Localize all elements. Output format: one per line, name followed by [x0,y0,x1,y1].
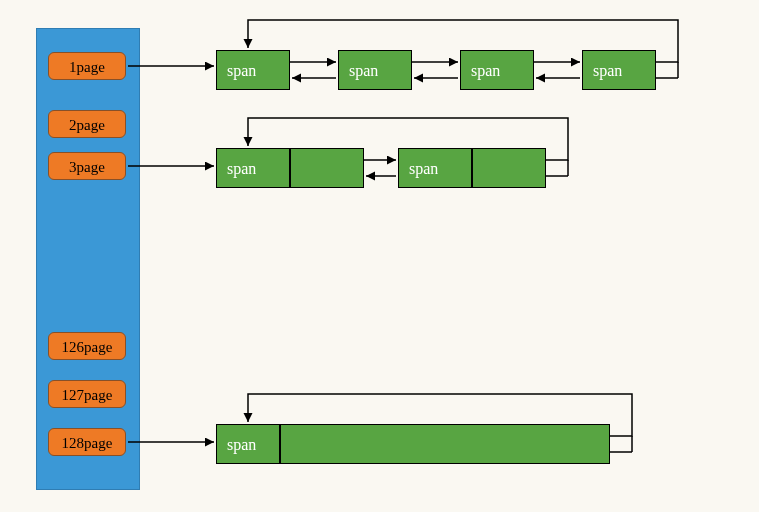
span-box-r2-2a: span [398,148,472,188]
page-button-128: 128page [48,428,126,456]
span-box-r1-3: span [460,50,534,90]
span-box-r1-1: span [216,50,290,90]
page-button-3: 3page [48,152,126,180]
page-button-2: 2page [48,110,126,138]
span-box-r2-1b [290,148,364,188]
span-box-r2-1a: span [216,148,290,188]
page-button-126: 126page [48,332,126,360]
span-box-r1-2: span [338,50,412,90]
span-box-r3-1b [280,424,610,464]
page-button-1: 1page [48,52,126,80]
span-box-r1-4: span [582,50,656,90]
page-button-127: 127page [48,380,126,408]
span-box-r2-2b [472,148,546,188]
page-sidebar [36,28,140,490]
span-box-r3-1a: span [216,424,280,464]
